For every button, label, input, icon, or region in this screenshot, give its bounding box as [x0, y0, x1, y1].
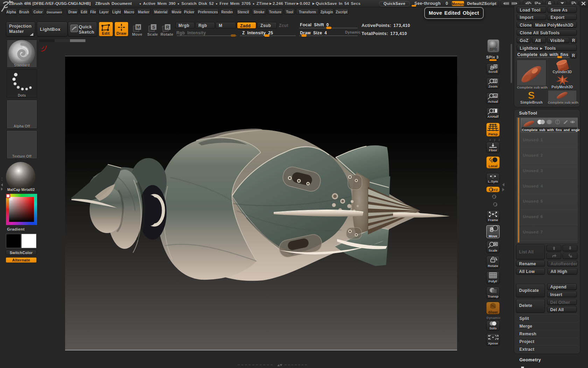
svg-text:Z: Z	[496, 203, 497, 206]
svg-text:S: S	[528, 89, 535, 101]
svg-text:M: M	[136, 25, 140, 30]
svg-text:x1: x1	[494, 95, 497, 98]
svg-text:XYZ: XYZ	[491, 188, 498, 192]
svg-text:S: S	[152, 25, 155, 30]
svg-text:R: R	[166, 25, 169, 30]
svg-text:Y: Y	[495, 196, 497, 199]
